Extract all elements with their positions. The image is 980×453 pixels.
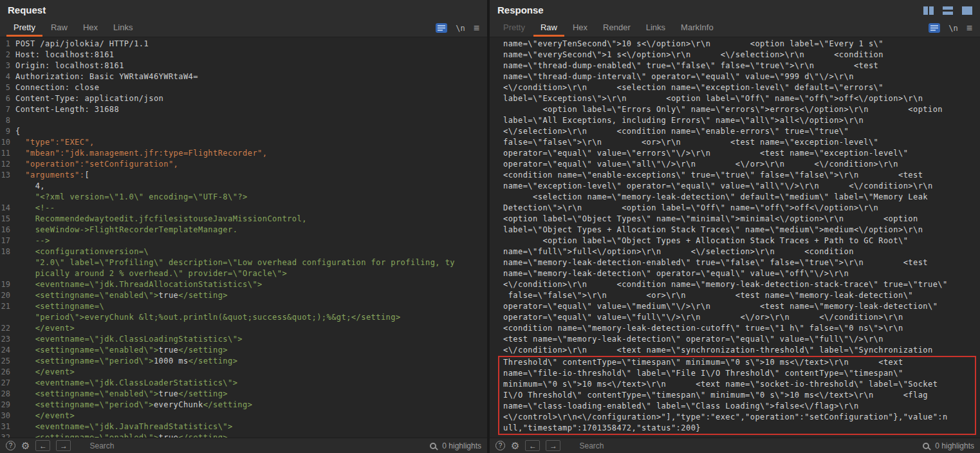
line-number: 4 [0,71,15,82]
request-code-line: pically around 2 % overhead.\" provider=… [0,268,487,279]
response-editor[interactable]: name=\"everyTenSecond\">10 s<\/option>\r… [490,37,980,438]
request-code-line: "<?xml version=\"1.0\" encoding=\"UTF-8\… [0,192,487,203]
response-tabbar: Pretty Raw Hex Render Links MarkInfo \n … [490,19,980,37]
request-code-line: 9{ [0,126,487,137]
request-searchbar: ? ⚙ ← → 0 highlights [0,438,487,453]
settings-gear-icon[interactable]: ⚙ [511,441,519,450]
search-prev-button[interactable]: ← [525,440,540,451]
request-code-line: 17 --> [0,236,487,246]
response-code-line: label=\"Exceptions\">\r\n <option label=… [503,93,980,104]
response-panel: Response Pretty Raw Hex Render Links Mar… [490,0,980,453]
line-number: 23 [0,334,15,345]
tab-request-links[interactable]: Links [106,19,140,37]
request-editor[interactable]: 1POST /api/jolokia/ HTTP/1.12Host: local… [0,37,487,438]
line-number: 5 [0,82,15,93]
request-code-line: 28 <settingname=\"enabled\">true</settin… [0,389,487,400]
response-code-line: I\/O Threshold\" contentType=\"timespan\… [503,390,975,401]
request-code-line: 5Connection: close [0,82,487,93]
search-input[interactable] [578,441,918,451]
tab-request-hex[interactable]: Hex [76,19,105,37]
response-code-line: name=\"memory-leak-detection-enabled\" t… [503,257,980,268]
request-code-line: 32 <settingname=\"enabled\">true</settin… [0,432,487,438]
tab-response-markinfo[interactable]: MarkInfo [674,19,721,37]
request-code-line: 8 [0,115,487,126]
request-code-line: 4, [0,181,487,192]
line-number: 32 [0,432,15,438]
request-code-line: "period\">everyChunk &lt;%out.println(&q… [0,312,487,323]
line-number: 15 [0,214,15,225]
request-code-line: 10 "type":"EXEC", [0,137,487,148]
response-code-line: Threshold\" contentType=\"timespan\" min… [503,357,975,368]
help-icon[interactable]: ? [495,441,505,450]
line-number: 6 [0,93,15,104]
help-icon[interactable]: ? [6,441,15,450]
line-number: 3 [0,60,15,71]
tab-request-pretty[interactable]: Pretty [6,19,42,37]
search-next-button[interactable]: → [546,440,560,451]
request-panel-header: Request [0,0,487,19]
tab-response-hex[interactable]: Hex [566,19,595,37]
line-number: 18 [0,246,15,257]
request-code-line: 6Content-Type: application/json [0,93,487,104]
format-icon[interactable] [436,23,447,33]
request-code-line: 22 </event> [0,323,487,334]
editor-menu-icon[interactable]: ≡ [474,23,479,33]
response-code-line: <option label=\"Object Types\" name=\"mi… [503,214,980,225]
request-code-line: 23 <eventname=\"jdk.ClassLoadingStatisti… [0,334,487,345]
response-code-line: <condition name=\"memory-leak-detection-… [503,323,980,334]
search-next-button[interactable]: → [56,440,71,451]
line-number: 29 [0,400,15,411]
response-code-line: <option label=\"Object Types + Allocatio… [503,236,980,246]
line-number: 2 [0,50,15,60]
response-code-line: operator=\"equal\" value=\"all\"\/>\r\n … [503,159,980,170]
request-code-line: 19 <eventname=\"jdk.ThreadAllocationStat… [0,279,487,290]
newline-toggle-icon[interactable]: \n [948,24,957,33]
line-number: 21 [0,301,15,312]
tab-response-links[interactable]: Links [639,19,672,37]
response-code-line: name=\"file-io-threshold\" label=\"File … [503,368,975,379]
response-code-line: name=\"exception-level\" operator=\"equa… [503,181,980,192]
line-number: 8 [0,115,15,126]
settings-gear-icon[interactable]: ⚙ [21,441,30,450]
response-panel-title: Response [497,5,544,15]
tab-response-render[interactable]: Render [596,19,638,37]
tab-response-pretty[interactable]: Pretty [496,19,532,37]
search-input[interactable] [88,441,425,451]
single-layout-icon[interactable] [962,6,972,15]
magnifier-icon[interactable] [430,443,436,449]
line-number: 10 [0,137,15,148]
response-code-line: operator=\"equal\" value=\"medium\"\/>\r… [503,301,980,312]
line-number: 31 [0,421,15,432]
newline-toggle-icon[interactable]: \n [456,24,465,33]
search-prev-button[interactable]: ← [35,440,50,451]
response-code-line: label=\"All Exceptions, including Errors… [503,115,980,126]
line-number: 26 [0,367,15,378]
response-code-line: <\/control>\r\n<\/configuration>"],"type… [503,412,975,423]
request-code-line: 30 </event> [0,411,487,421]
request-code-line: 13 "arguments":[ [0,170,487,181]
line-number: 12 [0,159,15,170]
response-code-line: <condition name=\"enable-exceptions\" tr… [503,170,980,181]
tab-response-raw[interactable]: Raw [533,19,564,37]
response-searchbar: ? ⚙ ← → 0 highlights [490,438,980,453]
magnifier-icon[interactable] [923,443,929,449]
tab-request-raw[interactable]: Raw [44,19,75,37]
request-code-line: 29 <settingname=\"period\">everyChunk</s… [0,400,487,411]
request-code-line: 31 <eventname=\"jdk.JavaThreadStatistics… [0,421,487,432]
highlight-red-box: Threshold\" contentType=\"timespan\" min… [498,356,976,435]
request-code: 1POST /api/jolokia/ HTTP/1.12Host: local… [0,39,487,438]
response-code-line: false=\"false\">\r\n <or>\r\n <test name… [503,137,980,148]
rows-layout-icon[interactable] [943,6,953,15]
columns-layout-icon[interactable] [923,6,934,15]
line-number: 28 [0,389,15,400]
line-number: 25 [0,356,15,367]
line-number: 7 [0,104,15,115]
request-code-line: 7Content-Length: 31688 [0,104,487,115]
response-code-line: name=\"thread-dump-enabled\" true=\"fals… [503,60,980,71]
response-code-line: Detection\">\r\n <option label=\"Off\" n… [503,203,980,214]
request-code-line: 16 seeWindow->FlightRecorderTemplateMana… [0,225,487,236]
line-number: 30 [0,411,15,421]
editor-menu-icon[interactable]: ≡ [966,23,972,33]
format-icon[interactable] [929,23,940,33]
response-code-line: <test name=\"memory-leak-detection\" ope… [503,334,980,345]
